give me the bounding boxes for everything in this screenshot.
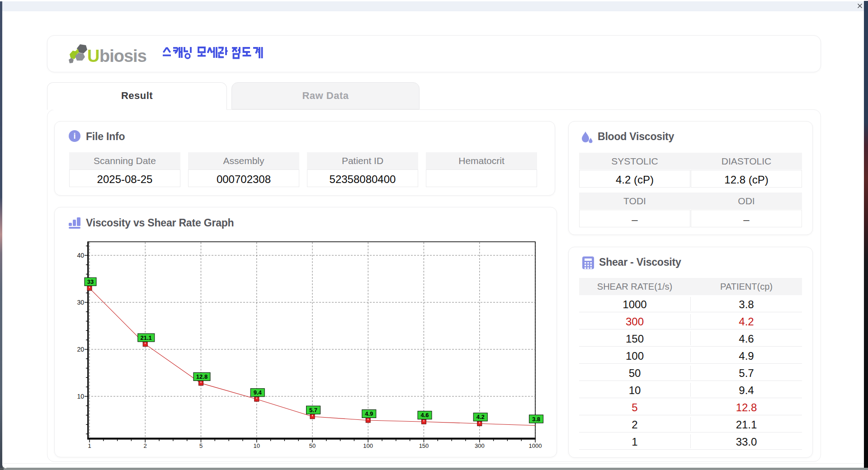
- svg-text:biosis: biosis: [99, 47, 146, 66]
- svg-text:3.8: 3.8: [532, 416, 540, 423]
- svg-text:10: 10: [254, 442, 260, 449]
- svg-text:300: 300: [475, 442, 485, 449]
- svg-text:100: 100: [363, 442, 373, 449]
- svg-text:9.4: 9.4: [254, 389, 262, 396]
- svg-text:5: 5: [199, 442, 203, 449]
- svg-text:5.7: 5.7: [309, 407, 317, 414]
- svg-text:2: 2: [144, 442, 147, 449]
- svg-text:4.2: 4.2: [476, 414, 485, 420]
- svg-text:50: 50: [309, 442, 316, 449]
- svg-text:33: 33: [87, 278, 94, 285]
- svg-text:12.8: 12.8: [196, 373, 208, 380]
- svg-text:4.9: 4.9: [365, 410, 373, 417]
- svg-text:30: 30: [77, 299, 84, 306]
- svg-text:40: 40: [77, 252, 84, 259]
- svg-text:1: 1: [88, 442, 91, 449]
- svg-text:U: U: [87, 47, 99, 66]
- svg-text:1000: 1000: [529, 442, 542, 449]
- svg-text:20: 20: [77, 346, 84, 353]
- svg-text:150: 150: [419, 442, 429, 449]
- svg-text:4.6: 4.6: [420, 412, 429, 418]
- svg-text:10: 10: [77, 393, 84, 400]
- svg-text:21.1: 21.1: [141, 334, 152, 341]
